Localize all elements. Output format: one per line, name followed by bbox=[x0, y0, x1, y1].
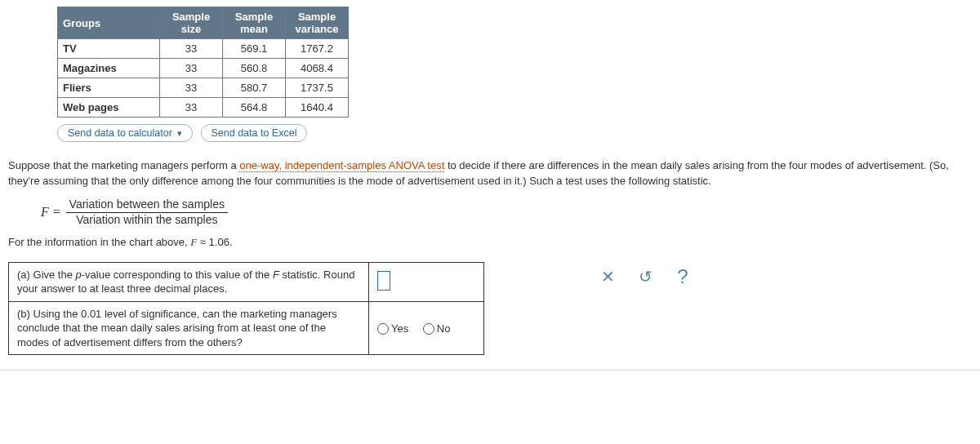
formula-denominator: Variation within the samples bbox=[73, 213, 220, 228]
cell-variance: 1767.2 bbox=[286, 39, 349, 59]
answer-toolbar: ✕ ↺ ? bbox=[599, 262, 692, 288]
anova-data-table: Groups Sample size Sample mean Sample va… bbox=[57, 7, 349, 118]
question-a-field-cell bbox=[369, 262, 484, 301]
cell-mean: 569.1 bbox=[223, 39, 286, 59]
radio-yes-label: Yes bbox=[391, 322, 408, 335]
header-groups: Groups bbox=[58, 7, 160, 39]
fline-approx: ≈ 1.06. bbox=[197, 236, 232, 248]
cell-mean: 560.8 bbox=[223, 59, 286, 78]
row-label: TV bbox=[58, 39, 160, 59]
send-to-excel-label: Send data to Excel bbox=[212, 127, 297, 139]
cell-size: 33 bbox=[160, 59, 223, 78]
table-row: Web pages 33 564.8 1640.4 bbox=[58, 98, 349, 118]
fline-pre: For the information in the chart above, bbox=[8, 236, 190, 248]
problem-paragraph: Suppose that the marketing managers perf… bbox=[8, 158, 972, 189]
question-b-prompt: (b) Using the 0.01 level of significance… bbox=[9, 301, 369, 355]
row-label: Fliers bbox=[58, 78, 160, 98]
row-label: Magazines bbox=[58, 59, 160, 78]
question-a-prompt: (a) Give the p-value corresponding to th… bbox=[9, 262, 369, 301]
send-to-calculator-button[interactable]: Send data to calculator ▾ bbox=[57, 124, 193, 142]
anova-link[interactable]: one-way, independent-samples ANOVA test bbox=[239, 159, 444, 172]
cell-variance: 1737.5 bbox=[286, 78, 349, 98]
table-row: Fliers 33 580.7 1737.5 bbox=[58, 78, 349, 98]
radio-yes[interactable] bbox=[377, 323, 389, 335]
clear-icon[interactable]: ✕ bbox=[599, 267, 617, 286]
cell-variance: 1640.4 bbox=[286, 98, 349, 118]
cell-size: 33 bbox=[160, 78, 223, 98]
p-value-input[interactable] bbox=[377, 271, 390, 291]
formula-lhs: F = bbox=[41, 205, 61, 220]
cell-mean: 564.8 bbox=[223, 98, 286, 118]
f-formula: F = Variation between the samples Variat… bbox=[41, 198, 972, 228]
qa-b-label: (b) bbox=[17, 308, 30, 320]
header-variance: Sample variance bbox=[286, 7, 349, 39]
header-mean: Sample mean bbox=[223, 7, 286, 39]
send-to-excel-button[interactable]: Send data to Excel bbox=[201, 124, 308, 142]
f-value-line: For the information in the chart above, … bbox=[8, 236, 972, 249]
radio-no[interactable] bbox=[423, 323, 434, 335]
question-b-field-cell: Yes No bbox=[369, 301, 484, 355]
formula-numerator: Variation between the samples bbox=[66, 198, 228, 212]
reset-icon[interactable]: ↺ bbox=[636, 267, 654, 286]
row-label: Web pages bbox=[58, 98, 160, 118]
table-row: TV 33 569.1 1767.2 bbox=[58, 39, 349, 59]
chevron-down-icon: ▾ bbox=[177, 128, 182, 139]
send-to-calculator-label: Send data to calculator bbox=[68, 127, 172, 139]
help-icon[interactable]: ? bbox=[674, 265, 692, 288]
radio-no-label: No bbox=[437, 322, 451, 335]
cell-mean: 580.7 bbox=[223, 78, 286, 98]
cell-size: 33 bbox=[160, 98, 223, 118]
qa-a-label: (a) bbox=[17, 269, 30, 281]
cell-variance: 4068.4 bbox=[286, 59, 349, 78]
table-row: Magazines 33 560.8 4068.4 bbox=[58, 59, 349, 78]
paragraph-pre: Suppose that the marketing managers perf… bbox=[8, 159, 239, 171]
answers-table: (a) Give the p-value corresponding to th… bbox=[8, 262, 484, 356]
cell-size: 33 bbox=[160, 39, 223, 59]
header-size: Sample size bbox=[160, 7, 223, 39]
